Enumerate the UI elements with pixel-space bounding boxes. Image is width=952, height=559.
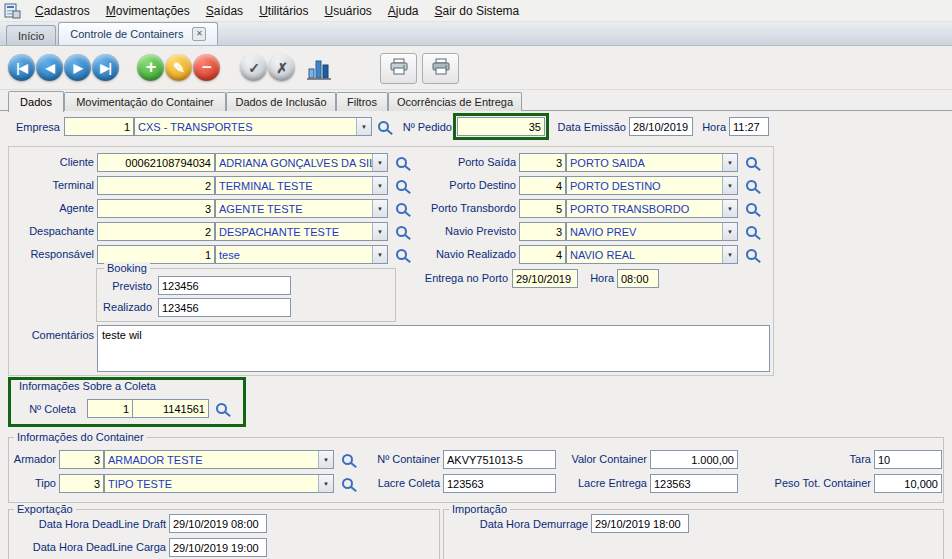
- empresa-combo[interactable]: CXS - TRANSPORTES ▼: [134, 117, 372, 136]
- confirm-button[interactable]: ✓: [240, 54, 267, 81]
- nav-first-button[interactable]: |◀: [8, 54, 35, 81]
- menu-item-utilitarios[interactable]: Utilitários: [251, 1, 316, 21]
- menu-item-saidas[interactable]: Saídas: [198, 1, 251, 21]
- tipo-combo[interactable]: TIPO TESTE ▼: [104, 474, 334, 493]
- print-preview-button[interactable]: [380, 53, 417, 84]
- valor-container-field[interactable]: 1.000,00: [650, 450, 738, 469]
- lacre-entrega-field[interactable]: 123563: [650, 474, 738, 493]
- chevron-down-icon[interactable]: ▼: [318, 475, 333, 492]
- tab-controle-containers[interactable]: Controle de Containers ✕: [58, 22, 218, 45]
- terminal-combo[interactable]: TERMINAL TESTE ▼: [215, 176, 388, 195]
- search-icon[interactable]: [378, 121, 389, 132]
- tab-ocorrencias-entrega[interactable]: Ocorrências de Entrega: [388, 92, 522, 111]
- empresa-code-field[interactable]: 1: [64, 117, 134, 136]
- tipo-code-field[interactable]: 3: [59, 474, 104, 493]
- search-icon[interactable]: [342, 454, 353, 465]
- chart-icon[interactable]: [306, 55, 332, 81]
- delete-record-button[interactable]: −: [193, 54, 220, 81]
- tara-field[interactable]: 10: [874, 450, 942, 469]
- edit-record-button[interactable]: ✎: [165, 54, 192, 81]
- cliente-combo[interactable]: ADRIANA GONÇALVES DA SILVA ▼: [215, 153, 388, 172]
- peso-total-field[interactable]: 10,000: [874, 474, 942, 493]
- entrega-data-field[interactable]: 29/10/2019: [512, 269, 578, 288]
- tab-dados-inclusao[interactable]: Dados de Inclusão: [226, 92, 336, 111]
- search-icon[interactable]: [342, 478, 353, 489]
- porto-destino-code-field[interactable]: 4: [519, 176, 566, 195]
- chevron-down-icon[interactable]: ▼: [372, 177, 387, 194]
- tab-filtros[interactable]: Filtros: [336, 92, 388, 111]
- navio-previsto-combo[interactable]: NAVIO PREV ▼: [566, 222, 738, 241]
- menu-item-ajuda[interactable]: Ajuda: [380, 1, 427, 21]
- responsavel-combo-value: tese: [216, 246, 372, 263]
- data-emissao-field[interactable]: 28/10/2019: [629, 117, 693, 136]
- menu-item-cadastros[interactable]: Cadastros: [27, 1, 98, 21]
- cliente-code-field[interactable]: 00062108794034: [97, 153, 215, 172]
- navio-realizado-combo[interactable]: NAVIO REAL ▼: [566, 245, 738, 264]
- chevron-down-icon[interactable]: ▼: [722, 200, 737, 217]
- add-record-button[interactable]: +: [137, 54, 164, 81]
- menu-item-movimentacoes[interactable]: Movimentações: [98, 1, 198, 21]
- chevron-down-icon[interactable]: ▼: [372, 154, 387, 171]
- navio-previsto-code-field[interactable]: 3: [519, 222, 566, 241]
- porto-saida-combo[interactable]: PORTO SAIDA ▼: [566, 153, 738, 172]
- coleta-numero-field[interactable]: 1141561: [132, 399, 209, 418]
- porto-saida-combo-value: PORTO SAIDA: [567, 154, 722, 171]
- armador-code-field[interactable]: 3: [59, 450, 104, 469]
- print-button[interactable]: [422, 53, 459, 84]
- n-container-field[interactable]: AKVY751013-5: [443, 450, 556, 469]
- nav-next-button[interactable]: ▶: [64, 54, 91, 81]
- chevron-down-icon[interactable]: ▼: [356, 118, 371, 135]
- nav-last-button[interactable]: ▶|: [92, 54, 119, 81]
- terminal-code-field[interactable]: 2: [97, 176, 215, 195]
- chevron-down-icon[interactable]: ▼: [372, 223, 387, 240]
- chevron-down-icon[interactable]: ▼: [372, 200, 387, 217]
- search-icon[interactable]: [746, 249, 757, 260]
- menu-item-usuarios[interactable]: Usuários: [316, 1, 379, 21]
- chevron-down-icon[interactable]: ▼: [722, 246, 737, 263]
- search-icon[interactable]: [746, 203, 757, 214]
- agente-combo[interactable]: AGENTE TESTE ▼: [215, 199, 388, 218]
- booking-caption: Booking: [104, 262, 150, 274]
- responsavel-combo[interactable]: tese ▼: [215, 245, 388, 264]
- lacre-coleta-field[interactable]: 123563: [443, 474, 556, 493]
- porto-destino-combo[interactable]: PORTO DESTINO ▼: [566, 176, 738, 195]
- porto-transbordo-code-field[interactable]: 5: [519, 199, 566, 218]
- pedido-field[interactable]: 35: [457, 117, 545, 136]
- chevron-down-icon[interactable]: ▼: [722, 177, 737, 194]
- terminal-label: Terminal: [8, 179, 94, 191]
- comentarios-textarea[interactable]: teste wil: [97, 325, 770, 372]
- armador-combo[interactable]: ARMADOR TESTE ▼: [104, 450, 334, 469]
- search-icon[interactable]: [746, 226, 757, 237]
- search-icon[interactable]: [216, 403, 227, 414]
- cancel-button[interactable]: ✗: [268, 54, 295, 81]
- porto-transbordo-combo[interactable]: PORTO TRANSBORDO ▼: [566, 199, 738, 218]
- chevron-down-icon[interactable]: ▼: [722, 223, 737, 240]
- navio-previsto-label: Navio Previsto: [396, 225, 516, 237]
- navio-realizado-code-field[interactable]: 4: [519, 245, 566, 264]
- search-icon[interactable]: [746, 180, 757, 191]
- despachante-combo[interactable]: DESPACHANTE TESTE ▼: [215, 222, 388, 241]
- close-tab-icon[interactable]: ✕: [192, 27, 206, 41]
- booking-previsto-field[interactable]: 123456: [158, 276, 291, 295]
- porto-saida-code-field[interactable]: 3: [519, 153, 566, 172]
- entrega-hora-field[interactable]: 08:00: [617, 269, 659, 288]
- chevron-down-icon[interactable]: ▼: [318, 451, 333, 468]
- despachante-code-field[interactable]: 2: [97, 222, 215, 241]
- agente-code-field[interactable]: 3: [97, 199, 215, 218]
- menu-item-sair[interactable]: Sair do Sistema: [427, 1, 528, 21]
- tab-inicio[interactable]: Início: [6, 25, 56, 45]
- nav-prev-button[interactable]: ◀: [36, 54, 63, 81]
- chevron-down-icon[interactable]: ▼: [372, 246, 387, 263]
- chevron-down-icon[interactable]: ▼: [722, 154, 737, 171]
- booking-realizado-field[interactable]: 123456: [158, 298, 291, 317]
- tab-dados[interactable]: Dados: [8, 91, 64, 112]
- search-icon[interactable]: [746, 157, 757, 168]
- agente-label: Agente: [8, 202, 94, 214]
- coleta-code-field[interactable]: 1: [87, 399, 133, 418]
- hora-emissao-field[interactable]: 11:27: [729, 117, 769, 136]
- deadline-draft-field[interactable]: 29/10/2019 08:00: [169, 514, 267, 533]
- demurrage-field[interactable]: 29/10/2019 18:00: [591, 514, 689, 533]
- deadline-carga-field[interactable]: 29/10/2019 19:00: [169, 538, 267, 557]
- entrega-porto-label: Entrega no Porto: [420, 272, 508, 284]
- tab-movimentacao-container[interactable]: Movimentação do Container: [64, 92, 226, 111]
